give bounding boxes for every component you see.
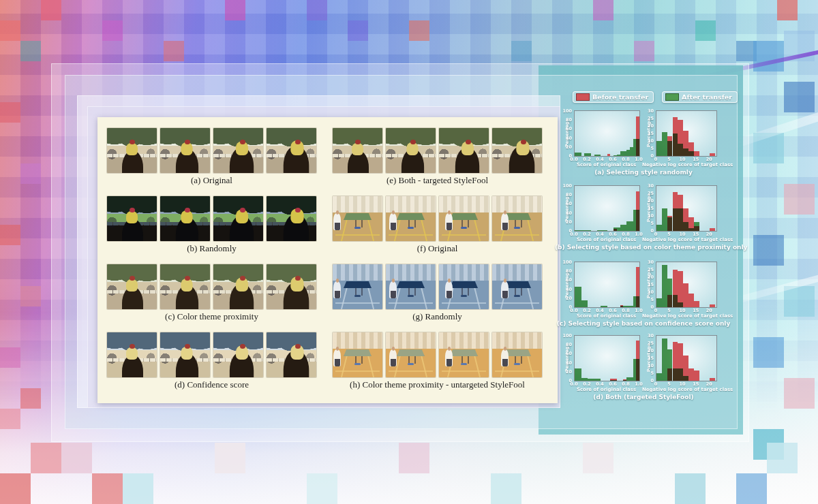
- mat-base: [354, 295, 361, 297]
- x-tick-label: 0.6: [607, 381, 618, 387]
- x-tick-label: 1.0: [633, 381, 644, 387]
- y-tick-label: 40: [562, 360, 572, 366]
- histogram-panel: Before transfer After transfer Percentag…: [558, 89, 729, 422]
- video-frame: [160, 128, 210, 173]
- curtain: [439, 264, 489, 281]
- figure-caption: (d) Confidence score: [107, 379, 316, 390]
- frame-strip: [333, 196, 542, 241]
- video-frame: [386, 196, 436, 241]
- figure-row: (f) Original: [333, 196, 542, 254]
- x-tick-label: 15: [691, 381, 701, 387]
- x-tick-label: 0.4: [594, 381, 605, 387]
- video-frame: [333, 332, 382, 377]
- figure-row: (g) Randomly: [333, 264, 542, 322]
- figure-row: (b) Randomly: [107, 196, 316, 254]
- y-tick-label: 60: [562, 277, 572, 283]
- x-axis-label: Negative log score of target class: [642, 387, 729, 392]
- x-axis-label: Score of original class: [560, 162, 652, 168]
- y-tick-label: 100: [562, 183, 572, 189]
- x-tick-label: 5: [664, 308, 675, 313]
- y-tick-label: 40: [562, 287, 572, 292]
- figure-row: (h) Color theme proximity - untargeted S…: [333, 332, 542, 390]
- mat: [397, 349, 425, 356]
- bar-after: [636, 296, 639, 308]
- video-frame: [160, 196, 210, 241]
- mat-legs: [461, 288, 469, 296]
- bar-after: [636, 359, 639, 381]
- bar-after: [656, 141, 662, 156]
- mat: [397, 281, 425, 288]
- video-frame: [213, 264, 263, 309]
- video-frame: [107, 128, 157, 173]
- curtain: [333, 264, 382, 281]
- mat-legs: [355, 220, 363, 227]
- x-tick-label: 0.8: [620, 232, 631, 237]
- y-tick-label: 80: [562, 268, 572, 274]
- video-frame: [160, 332, 210, 377]
- y-tick-label: 30: [644, 183, 654, 189]
- cube-blocks-right: [753, 0, 784, 31]
- x-tick-label: 0.6: [607, 232, 618, 237]
- figure-row: (d) Confidence score: [107, 332, 316, 390]
- histogram-row: Percentage0204060801000.00.20.40.60.81.0…: [558, 335, 729, 409]
- legend-label-after: After transfer: [682, 93, 732, 101]
- mat-base: [514, 363, 520, 365]
- figure-caption: (b) Randomly: [107, 243, 316, 254]
- x-tick-label: 1.0: [633, 308, 644, 313]
- bar-after: [604, 306, 607, 307]
- bar-after: [688, 228, 694, 231]
- court-line-bottom: [442, 302, 485, 304]
- court-line-bottom: [335, 371, 379, 372]
- mat-legs: [355, 356, 363, 364]
- y-tick-label: 25: [644, 267, 654, 272]
- y-tick-label: 5: [644, 146, 654, 151]
- mat-legs: [515, 356, 522, 364]
- bar-after: [662, 265, 667, 307]
- bar-before: [710, 228, 715, 231]
- mat-base: [354, 363, 361, 365]
- x-tick-label: 0: [650, 157, 661, 162]
- video-frame: [439, 332, 489, 377]
- video-frame: [439, 264, 489, 309]
- video-frame: [267, 264, 316, 309]
- bar-before: [694, 301, 699, 307]
- player: [445, 349, 453, 366]
- bar-after: [656, 373, 662, 381]
- mat-legs: [515, 288, 522, 296]
- mat: [450, 349, 478, 356]
- figure-row: (c) Color theme proximity: [107, 264, 316, 322]
- mosaic-accent-squares-top: [0, 0, 20, 20]
- mat-legs: [408, 288, 416, 296]
- x-axis-label: Negative log score of target class: [642, 162, 729, 168]
- video-frame: [267, 332, 316, 377]
- y-tick-label: 10: [644, 363, 654, 368]
- x-axis-label: Score of original class: [560, 313, 652, 319]
- legend-item-after: After transfer: [662, 91, 738, 103]
- bar-before: [688, 368, 694, 381]
- curtain: [492, 332, 542, 349]
- frame-strip: [333, 264, 542, 309]
- bar-after: [578, 153, 581, 156]
- bar-before: [678, 271, 683, 307]
- court-line-bottom: [389, 234, 432, 236]
- bar-after: [678, 144, 683, 156]
- y-tick-label: 100: [562, 259, 572, 265]
- figure-caption: (e) Both - targeted StyleFool: [333, 175, 542, 186]
- x-tick-label: 20: [703, 308, 714, 313]
- bar-after: [678, 302, 683, 307]
- y-tick-label: 30: [644, 259, 654, 265]
- x-tick-label: 0.4: [594, 232, 605, 237]
- mosaic-accent-squares-left: [0, 82, 20, 102]
- bar-after: [662, 208, 667, 231]
- mat-base: [514, 295, 520, 297]
- player: [333, 281, 341, 298]
- curtain: [492, 264, 542, 281]
- legend-swatch-after: [665, 93, 679, 101]
- court-line-bottom: [442, 234, 485, 236]
- bar-after: [673, 295, 678, 307]
- video-frame: [492, 196, 542, 241]
- legend-label-before: Before transfer: [592, 93, 648, 101]
- mat: [450, 213, 478, 220]
- curtain: [492, 196, 542, 212]
- bar-after: [588, 230, 591, 231]
